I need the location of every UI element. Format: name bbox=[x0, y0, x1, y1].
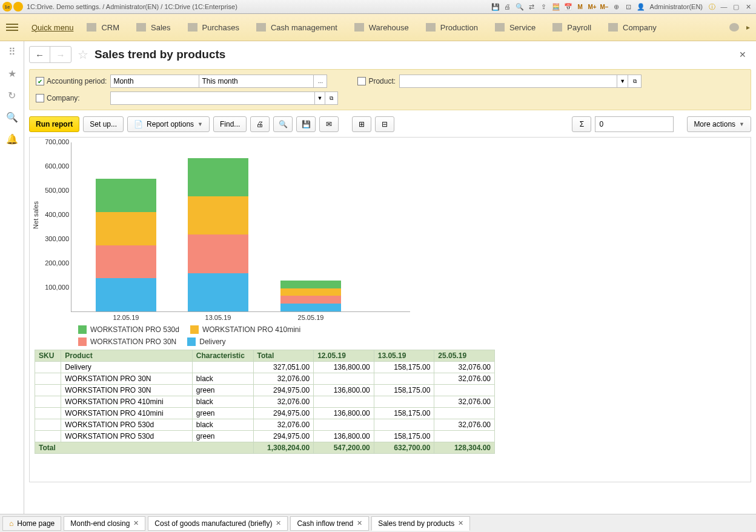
run-report-button[interactable]: Run report bbox=[29, 116, 79, 132]
maximize-icon[interactable]: ▢ bbox=[731, 2, 741, 12]
bar-segment bbox=[188, 158, 248, 196]
company-checkbox[interactable] bbox=[36, 94, 44, 102]
col-header[interactable]: Characteristic bbox=[192, 350, 253, 362]
menu-sales[interactable]: Sales bbox=[136, 23, 171, 32]
col-header[interactable]: 12.05.19 bbox=[314, 350, 374, 362]
preview-icon[interactable]: 🔍 bbox=[514, 2, 525, 12]
menu-warehouse[interactable]: Warehouse bbox=[354, 23, 409, 32]
menu-more-icon[interactable]: ▸ bbox=[746, 23, 750, 32]
m-minus-icon[interactable]: M− bbox=[599, 2, 610, 12]
product-dropdown-icon[interactable]: ▼ bbox=[617, 75, 628, 88]
tab-cost-of-goods-manufactured-briefly-[interactable]: Cost of goods manufactured (briefly)✕ bbox=[148, 516, 288, 531]
zoom-reset-icon[interactable]: ⊡ bbox=[623, 2, 634, 12]
save-icon[interactable]: 💾 bbox=[490, 2, 501, 12]
report-box: Net sales 100,000200,000300,000400,00050… bbox=[29, 137, 751, 482]
star-icon[interactable]: ★ bbox=[6, 68, 18, 80]
table-row[interactable]: WORKSTATION PRO 30Ngreen294,975.00136,80… bbox=[35, 385, 495, 396]
close-window-icon[interactable]: ✕ bbox=[743, 2, 754, 12]
col-header[interactable]: 13.05.19 bbox=[374, 350, 434, 362]
table-row[interactable]: WORKSTATION PRO 410minigreen294,975.0013… bbox=[35, 408, 495, 419]
back-button[interactable]: ← bbox=[30, 47, 50, 62]
hamburger-icon[interactable] bbox=[6, 24, 18, 31]
compare-icon[interactable]: ⇄ bbox=[526, 2, 537, 12]
menu-icon bbox=[495, 23, 505, 32]
range-input[interactable] bbox=[199, 75, 314, 88]
col-header[interactable]: Total bbox=[253, 350, 314, 362]
tab-month-end-closing[interactable]: Month-end closing✕ bbox=[64, 516, 145, 531]
tab-home[interactable]: ⌂Home page bbox=[2, 516, 61, 531]
menu-company[interactable]: Company bbox=[608, 23, 657, 32]
range-picker-icon[interactable]: … bbox=[314, 75, 327, 88]
sigma-button[interactable]: Σ bbox=[572, 116, 591, 132]
menu-purchases[interactable]: Purchases bbox=[188, 23, 239, 32]
forward-button[interactable]: → bbox=[50, 47, 71, 62]
save-button[interactable]: 💾 bbox=[296, 116, 316, 132]
calculator-icon[interactable]: 🧮 bbox=[551, 2, 562, 12]
company-dropdown-icon[interactable]: ▼ bbox=[315, 91, 325, 105]
search-icon[interactable]: 🔍 bbox=[6, 111, 18, 124]
email-button[interactable]: ✉ bbox=[319, 116, 339, 132]
info-icon[interactable]: ⓘ bbox=[706, 2, 717, 12]
bar-group bbox=[96, 179, 156, 311]
favorite-star-icon[interactable]: ☆ bbox=[78, 47, 88, 62]
table-row[interactable]: Delivery327,051.00136,800.00158,175.0032… bbox=[35, 362, 495, 373]
product-checkbox[interactable] bbox=[357, 77, 366, 85]
product-open-icon[interactable]: ⧉ bbox=[628, 75, 642, 88]
m-plus-icon[interactable]: M+ bbox=[587, 2, 598, 12]
history-icon[interactable]: ↻ bbox=[6, 90, 18, 102]
company-open-icon[interactable]: ⧉ bbox=[325, 91, 338, 105]
more-actions-button[interactable]: More actions▼ bbox=[687, 116, 751, 132]
user-name[interactable]: Administrator(EN) bbox=[648, 3, 705, 10]
table-row[interactable]: WORKSTATION PRO 410miniblack32,076.0032,… bbox=[35, 396, 495, 408]
minimize-icon[interactable]: — bbox=[718, 2, 729, 12]
m-icon[interactable]: M bbox=[575, 2, 586, 12]
report-options-button[interactable]: 📄Report options▼ bbox=[127, 116, 210, 132]
collapse-button[interactable]: ⊟ bbox=[375, 116, 394, 132]
find-button[interactable]: Find... bbox=[213, 116, 247, 132]
product-input[interactable] bbox=[399, 75, 617, 88]
print-button[interactable]: 🖨 bbox=[250, 116, 270, 132]
menu-payroll[interactable]: Payroll bbox=[552, 23, 591, 32]
menu-cash-management[interactable]: Cash management bbox=[256, 23, 337, 32]
sigma-value: 0 bbox=[595, 116, 674, 132]
setup-button[interactable]: Set up... bbox=[83, 116, 124, 132]
user-icon[interactable]: 👤 bbox=[635, 2, 646, 12]
apps-icon[interactable]: ⠿ bbox=[6, 46, 18, 58]
app-icon[interactable]: 1e bbox=[2, 2, 12, 12]
export-icon[interactable]: ⇪ bbox=[539, 2, 549, 12]
close-icon[interactable]: ✕ bbox=[133, 519, 139, 527]
zoom-in-icon[interactable]: ⊕ bbox=[611, 2, 622, 12]
tab-cash-inflow-trend[interactable]: Cash inflow trend✕ bbox=[290, 516, 369, 531]
bar-group bbox=[280, 281, 341, 311]
close-icon[interactable]: ✕ bbox=[357, 519, 362, 527]
dashboard-icon[interactable] bbox=[729, 23, 739, 32]
table-row[interactable]: WORKSTATION PRO 530dblack32,076.0032,076… bbox=[35, 419, 495, 431]
close-icon[interactable]: ✕ bbox=[276, 519, 281, 527]
col-header[interactable]: Product bbox=[61, 350, 193, 362]
table-row[interactable]: WORKSTATION PRO 30Nblack32,076.0032,076.… bbox=[35, 373, 495, 385]
legend-item: WORKSTATION PRO 530d bbox=[78, 325, 179, 334]
quick-menu[interactable]: Quick menu bbox=[31, 23, 73, 32]
menu-production[interactable]: Production bbox=[426, 23, 478, 32]
menu-icon bbox=[608, 23, 618, 32]
print-icon[interactable]: 🖨 bbox=[502, 2, 513, 12]
legend-item: WORKSTATION PRO 410mini bbox=[190, 325, 300, 334]
menu-crm[interactable]: CRM bbox=[87, 23, 119, 32]
tab-sales-trend-by-products[interactable]: Sales trend by products✕ bbox=[371, 516, 470, 531]
period-input[interactable] bbox=[110, 75, 207, 88]
bell-icon[interactable]: 🔔 bbox=[6, 133, 18, 145]
menu-service[interactable]: Service bbox=[495, 23, 536, 32]
close-tab-icon[interactable]: ✕ bbox=[739, 50, 751, 59]
close-icon[interactable]: ✕ bbox=[458, 519, 463, 527]
menu-icon bbox=[188, 23, 197, 32]
calendar-icon[interactable]: 📅 bbox=[563, 2, 574, 12]
titlebar-dropdown-icon[interactable] bbox=[13, 2, 23, 12]
col-header[interactable]: SKU bbox=[35, 350, 61, 362]
preview-button[interactable]: 🔍 bbox=[273, 116, 293, 132]
company-input[interactable] bbox=[110, 91, 314, 105]
table-row[interactable]: WORKSTATION PRO 530dgreen294,975.00136,8… bbox=[35, 431, 495, 442]
col-header[interactable]: 25.05.19 bbox=[434, 350, 495, 362]
accounting-checkbox[interactable]: ✔ bbox=[36, 77, 44, 85]
expand-button[interactable]: ⊞ bbox=[352, 116, 371, 132]
bar-segment bbox=[280, 281, 341, 288]
